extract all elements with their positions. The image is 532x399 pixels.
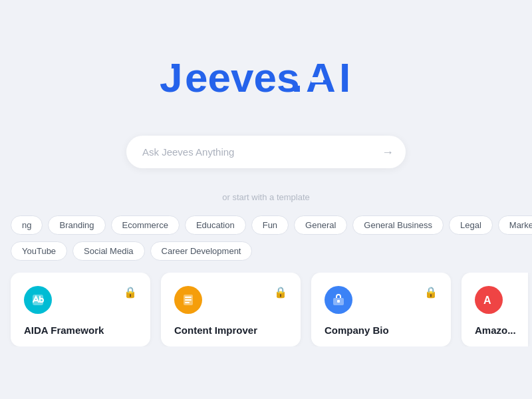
card-header: 🔒 [24,286,137,314]
cards-section: 🔒AIDA Framework🔒Content Improver🔒Company… [0,273,532,346]
template-hint: or start with a template [222,192,310,202]
card-header: 🔒 [174,286,287,314]
card-icon [325,286,352,314]
template-card[interactable]: 🔒Content Improver [161,273,301,346]
tags-section: ngBrandingEcommerceEducationFunGeneralGe… [0,215,532,273]
card-header: 🔒 [325,286,438,314]
lock-icon: 🔒 [274,286,287,299]
tag-chip[interactable]: ng [11,215,43,235]
tags-row-2: YouTubeSocial MediaCareer Development [0,241,532,261]
tag-chip[interactable]: YouTube [11,241,67,261]
card-icon [24,286,52,314]
svg-text:I: I [339,55,350,100]
tag-chip[interactable]: Career Development [150,241,253,261]
tag-chip[interactable]: Branding [48,215,105,235]
tag-chip[interactable]: Legal [449,215,493,235]
tag-chip[interactable]: Ecommerce [111,215,180,235]
tag-chip[interactable]: Marketing [498,215,532,235]
svg-text:A: A [483,295,491,306]
tag-chip[interactable]: Social Media [72,241,144,261]
card-icon [174,286,202,314]
tag-chip[interactable]: General Business [352,215,444,235]
card-title: Amazo... [475,325,515,336]
template-card[interactable]: AAmazo... [462,273,528,346]
svg-rect-5 [311,77,323,82]
lock-icon: 🔒 [124,286,137,299]
tag-chip[interactable]: Education [185,215,246,235]
tag-chip[interactable]: General [294,215,347,235]
card-icon: A [475,286,503,314]
logo: J eeves . A I [160,53,372,104]
svg-text:.: . [291,55,303,100]
tag-chip[interactable]: Fun [251,215,289,235]
search-bar: → [126,136,406,168]
card-header: A [475,286,515,314]
search-submit-icon[interactable]: → [382,145,394,159]
template-card[interactable]: 🔒AIDA Framework [11,273,150,346]
svg-text:eeves: eeves [185,55,299,100]
card-title: Content Improver [174,325,287,336]
svg-rect-1 [164,60,172,68]
hero-section: J eeves . A I → or start with a template… [0,0,532,346]
card-title: Company Bio [325,325,438,336]
card-title: AIDA Framework [24,325,137,336]
search-input[interactable] [126,136,406,168]
lock-icon: 🔒 [424,286,438,299]
tags-row-1: ngBrandingEcommerceEducationFunGeneralGe… [0,215,532,235]
template-card[interactable]: 🔒Company Bio [311,273,451,346]
svg-rect-10 [337,300,340,303]
